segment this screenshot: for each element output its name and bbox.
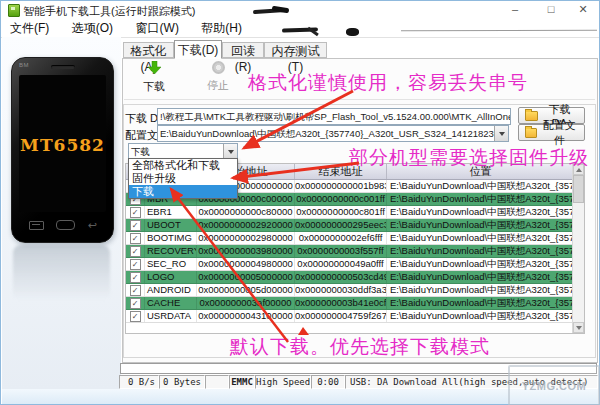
partition-name: UBOOT [145,219,197,231]
end-address: 0x000000000295eec3 [295,219,387,231]
end-address: 0x0000000003f557ff [295,245,387,257]
da-path-value: !\教程工具\MTK工具教程驱动\刷机帮SP_Flash_Tool_v5.152… [160,111,511,122]
scrollbar-thumb[interactable] [573,175,584,203]
start-address: 0x0000000000c80000 [197,206,295,218]
row-checkbox[interactable]: ✓ [130,272,141,283]
tab-memory-test[interactable]: 内存测试(T) [264,42,327,58]
phone-screen: MT6582 [19,75,106,212]
phone-back-icon: ↩ [88,220,97,230]
mode-dropdown-arrow-icon[interactable] [223,144,237,159]
file-location: E:\BaiduYunDownload\中国联想A320t_{357... [387,180,584,192]
phone-image: BM MT6582 ↩ [11,57,114,243]
start-address: 0x000000003af00000 [197,297,295,309]
ink-redaction-mark [346,28,359,36]
annotation-format-warning: 格式化谨慎使用，容易丢失串号 [248,70,528,96]
config-browse-button[interactable]: 配置文件 [518,124,585,141]
download-button[interactable]: 下载 [134,61,174,99]
file-location: E:\BaiduYunDownload\中国联想A320t_{357... [387,206,584,218]
status-usb-speed: High Speed [255,375,311,389]
file-location: E:\BaiduYunDownload\中国联想A320t_{357... [387,284,584,296]
end-address: 0x0000000000c001ff [295,193,387,205]
download-arrow-icon [147,61,162,75]
table-row[interactable]: ✓ RECOVERY 0x0000000003980000 0x00000000… [126,245,584,258]
status-speed: 0 B/s [119,375,159,389]
download-button-label: 下载 [134,79,174,94]
tab-readback[interactable]: 回读(R) [222,42,264,58]
phone-reflection [13,245,110,301]
maximize-button[interactable]: □ [537,1,565,18]
config-file-combobox[interactable]: E:\BaiduYunDownload\中国联想A320t_{357740}_A… [157,125,509,142]
partition-table-body: ✓ PRELOADER 0x0000000000000000 0x0000000… [126,180,584,323]
config-dropdown-arrow-icon[interactable] [494,126,508,141]
stop-button[interactable]: 停止 [198,61,238,99]
da-path-input[interactable]: !\教程工具\MTK工具教程驱动\刷机帮SP_Flash_Tool_v5.152… [157,108,511,125]
partition-name: CACHE [145,297,197,309]
menu-file[interactable]: 文件(F) [1,19,58,38]
stop-button-label: 停止 [198,78,238,93]
table-row[interactable]: ✓ ANDROID 0x0000000005d00000 0x000000003… [126,284,584,297]
toolbar-separator [124,99,595,100]
phone-nav-buttons: ↩ [29,218,97,232]
row-checkbox[interactable]: ✓ [130,285,141,296]
table-row[interactable]: ✓ BOOTIMG 0x0000000002980000 0x000000000… [126,232,584,245]
end-address: 0x0000000000c801ff [295,206,387,218]
phone-home-icon [56,220,75,230]
end-address: 0x000000004759f267 [295,310,387,322]
watermark: YZMG.COM [508,365,600,405]
start-address: 0x0000000003980000 [197,245,295,257]
mode-dropdown-list: 全部格式化和下载 固件升级 下载 [128,158,238,199]
partition-name: SEC_RO [145,258,197,270]
row-checkbox[interactable]: ✓ [130,233,141,244]
file-location: E:\BaiduYunDownload\中国联想A320t_{357... [387,193,584,205]
app-window: 智能手机下载工具(运行时跟踪模式) – □ ✕ 文件(F) 选项(O) 窗口(W… [0,0,600,405]
partition-name: ANDROID [145,284,197,296]
close-button[interactable]: ✕ [569,1,597,18]
start-address: 0x0000000005000000 [197,271,295,283]
phone-menu-icon [29,221,44,230]
phone-speaker [51,65,75,69]
row-checkbox[interactable]: ✓ [130,259,141,270]
title-bar: 智能手机下载工具(运行时跟踪模式) – □ ✕ [1,1,599,18]
table-row[interactable]: ✓ LOGO 0x0000000005000000 0x000000000503… [126,271,584,284]
tab-download[interactable]: 下载(D) [174,40,222,59]
table-row[interactable]: ✓ USRDATA 0x0000000043100000 0x000000004… [126,310,584,323]
end-address: 0x00000000049a0fff [295,258,387,270]
end-address: 0x000000003b41e0cf [295,297,387,309]
annotation-default-note: 默认下载。优先选择下载模式 [230,334,490,360]
config-browse-label: 配置文件 [540,118,578,148]
file-location: E:\BaiduYunDownload\中国联想A320t_{357... [387,245,584,257]
scroll-down-icon[interactable] [573,322,584,333]
partition-name: EBR1 [145,206,197,218]
file-location: E:\BaiduYunDownload\中国联想A320t_{357... [387,219,584,231]
minimize-button[interactable]: – [501,1,529,18]
mode-combobox-value: 下载 [131,146,150,157]
dropdown-option-download[interactable]: 下载 [129,185,237,198]
start-address: 0x0000000043100000 [197,310,295,322]
status-spacer [205,375,229,389]
start-address: 0x0000000005d00000 [197,284,295,296]
table-row[interactable]: ✓ UBOOT 0x0000000002920000 0x00000000029… [126,219,584,232]
table-row[interactable]: ✓ SEC_RO 0x0000000004980000 0x0000000004… [126,258,584,271]
table-row[interactable]: ✓ EBR1 0x0000000000c80000 0x0000000000c8… [126,206,584,219]
row-checkbox[interactable]: ✓ [130,207,141,218]
row-checkbox[interactable]: ✓ [130,246,141,257]
dropdown-option-firmware-upgrade[interactable]: 固件升级 [129,172,237,185]
file-location: E:\BaiduYunDownload\中国联想A320t_{357... [387,258,584,270]
table-row[interactable]: ✓ CACHE 0x000000003af00000 0x000000003b4… [126,297,584,310]
row-checkbox[interactable]: ✓ [130,220,141,231]
app-icon [8,4,20,17]
menu-options[interactable]: 选项(O) [63,19,122,38]
dropdown-option-format-all[interactable]: 全部格式化和下载 [129,159,237,172]
annotation-firmware-note: 部分机型需要选择固件升级 [349,145,589,171]
row-checkbox[interactable]: ✓ [130,311,141,322]
stop-icon [212,61,225,74]
end-address: 0x000000000503cd49 [295,271,387,283]
row-checkbox[interactable]: ✓ [130,298,141,309]
table-scrollbar[interactable] [572,164,584,333]
tab-format[interactable]: 格式化(A) [123,42,174,58]
menu-help[interactable]: 帮助(H) [192,19,251,38]
phone-brand-label: BM [19,62,29,68]
menu-window[interactable]: 窗口(W) [127,19,188,38]
partition-name: RECOVERY [145,245,197,257]
status-elapsed-time: 0:00 [311,375,345,389]
